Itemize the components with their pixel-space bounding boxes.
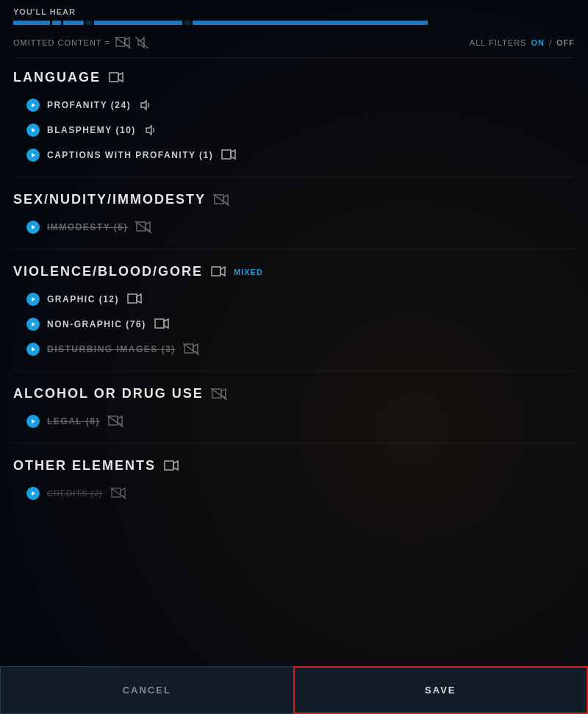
- item-profanity: PROFANITY (24): [13, 93, 575, 118]
- violence-badge: MIXED: [234, 268, 263, 276]
- legal-label: LEGAL (8): [47, 416, 100, 426]
- graphic-label: GRAPHIC (12): [47, 294, 119, 304]
- immodesty-label: IMMODESTY (5): [47, 222, 128, 232]
- non-graphic-label: NON-GRAPHIC (76): [47, 319, 146, 329]
- svg-marker-20: [137, 294, 141, 303]
- blasphemy-audio-icon: [143, 124, 157, 136]
- svg-marker-6: [118, 73, 123, 82]
- item-legal: LEGAL (8): [13, 409, 575, 434]
- legal-omit-icon: [107, 415, 123, 427]
- credits-arrow[interactable]: [26, 487, 40, 500]
- captions-arrow[interactable]: [26, 149, 40, 162]
- violence-header: VIOLENCE/BLOOD/GORE MIXED: [13, 264, 575, 279]
- toggle-on-button[interactable]: ON: [531, 38, 545, 47]
- item-credits-partial: CREDITS (2): [13, 481, 575, 506]
- svg-marker-32: [165, 461, 173, 470]
- svg-marker-9: [222, 150, 231, 159]
- non-graphic-arrow[interactable]: [26, 318, 40, 331]
- item-non-graphic: NON-GRAPHIC (76): [13, 312, 575, 337]
- divider-2: [13, 249, 575, 249]
- progress-bar: [13, 21, 575, 25]
- svg-marker-10: [231, 150, 235, 159]
- save-button[interactable]: SAVE: [293, 666, 589, 714]
- svg-line-4: [135, 37, 148, 49]
- progress-seg-1: [13, 21, 50, 25]
- main-content: YOU'LL HEAR OMITTED CONTENT =: [0, 0, 588, 512]
- profanity-audio-icon: [138, 99, 151, 111]
- svg-marker-7: [141, 101, 146, 110]
- sex-omit-icon: [213, 194, 229, 206]
- divider-3: [13, 371, 575, 371]
- disturbing-omit-icon: [183, 343, 199, 355]
- svg-marker-22: [164, 319, 168, 328]
- credits-label: CREDITS (2): [47, 489, 103, 498]
- alcohol-omit-icon: [211, 388, 227, 400]
- filter-row: OMITTED CONTENT = ALL FILTERS ON / OFF: [13, 29, 575, 58]
- item-immodesty: IMMODESTY (5): [13, 215, 575, 240]
- graphic-video-icon: [126, 293, 143, 305]
- blasphemy-label: BLASPHEMY (10): [47, 125, 136, 135]
- toggle-slash: /: [549, 38, 552, 47]
- graphic-arrow[interactable]: [26, 293, 40, 306]
- disturbing-label: DISTURBING IMAGES (3): [47, 344, 176, 354]
- item-disturbing: DISTURBING IMAGES (3): [13, 337, 575, 362]
- all-filters-label: ALL FILTERS: [470, 38, 527, 47]
- captions-label: CAPTIONS WITH PROFANITY (1): [47, 150, 213, 160]
- save-label: SAVE: [425, 685, 456, 696]
- you-ll-hear-label: YOU'LL HEAR: [13, 7, 575, 16]
- sex-title: SEX/NUDITY/IMMODESTY: [13, 192, 206, 207]
- svg-marker-19: [128, 294, 137, 303]
- captions-video-icon: [220, 149, 237, 161]
- language-video-icon: [108, 72, 124, 84]
- alcohol-title: ALCOHOL OR DRUG USE: [13, 386, 204, 401]
- progress-section: YOU'LL HEAR: [13, 0, 575, 29]
- other-title: OTHER ELEMENTS: [13, 458, 156, 474]
- cancel-button[interactable]: CANCEL: [0, 666, 293, 714]
- toggle-off-button[interactable]: OFF: [556, 38, 575, 47]
- progress-seg-gap: [86, 21, 92, 25]
- divider-4: [13, 443, 575, 443]
- category-violence: VIOLENCE/BLOOD/GORE MIXED GRAPHIC (12) N…: [13, 252, 575, 368]
- credits-omit-icon: [110, 488, 126, 499]
- other-header: OTHER ELEMENTS: [13, 458, 575, 474]
- svg-marker-33: [173, 461, 178, 470]
- blasphemy-arrow[interactable]: [26, 124, 40, 137]
- progress-seg-4: [94, 21, 182, 25]
- category-sex: SEX/NUDITY/IMMODESTY IMMODESTY (5): [13, 180, 575, 246]
- item-graphic: GRAPHIC (12): [13, 287, 575, 312]
- language-header: LANGUAGE: [13, 70, 575, 85]
- svg-marker-5: [110, 73, 118, 82]
- divider-1: [13, 176, 575, 177]
- immodesty-omit-icon: [135, 221, 151, 233]
- svg-marker-8: [146, 126, 151, 135]
- violence-title: VIOLENCE/BLOOD/GORE: [13, 264, 203, 279]
- svg-marker-21: [155, 319, 164, 328]
- category-alcohol: ALCOHOL OR DRUG USE LEGAL (8): [13, 374, 575, 440]
- progress-seg-3: [63, 21, 84, 25]
- item-captions: CAPTIONS WITH PROFANITY (1): [13, 143, 575, 168]
- profanity-label: PROFANITY (24): [47, 100, 131, 110]
- progress-seg-2: [52, 21, 61, 25]
- violence-video-icon: [210, 266, 226, 278]
- category-other: OTHER ELEMENTS CREDITS (2): [13, 446, 575, 512]
- omit-video-icon: [115, 37, 131, 49]
- legal-arrow[interactable]: [26, 415, 40, 428]
- omit-audio-icon: [135, 37, 148, 49]
- progress-seg-5: [193, 21, 428, 25]
- language-title: LANGUAGE: [13, 70, 101, 85]
- omitted-label: OMITTED CONTENT =: [13, 37, 148, 49]
- svg-marker-17: [212, 267, 220, 276]
- disturbing-arrow[interactable]: [26, 343, 40, 356]
- cancel-label: CANCEL: [123, 685, 171, 696]
- immodesty-arrow[interactable]: [26, 221, 40, 234]
- other-video-icon: [163, 460, 179, 472]
- filter-toggle-group: ALL FILTERS ON / OFF: [470, 38, 575, 47]
- progress-seg-gap2: [184, 21, 190, 25]
- category-language: LANGUAGE PROFANITY (24) BLASPHEMY (10): [13, 58, 575, 174]
- alcohol-header: ALCOHOL OR DRUG USE: [13, 386, 575, 401]
- svg-marker-18: [220, 267, 225, 276]
- sex-header: SEX/NUDITY/IMMODESTY: [13, 192, 575, 207]
- profanity-arrow[interactable]: [26, 99, 40, 112]
- item-blasphemy: BLASPHEMY (10): [13, 118, 575, 143]
- non-graphic-video-icon: [154, 318, 170, 330]
